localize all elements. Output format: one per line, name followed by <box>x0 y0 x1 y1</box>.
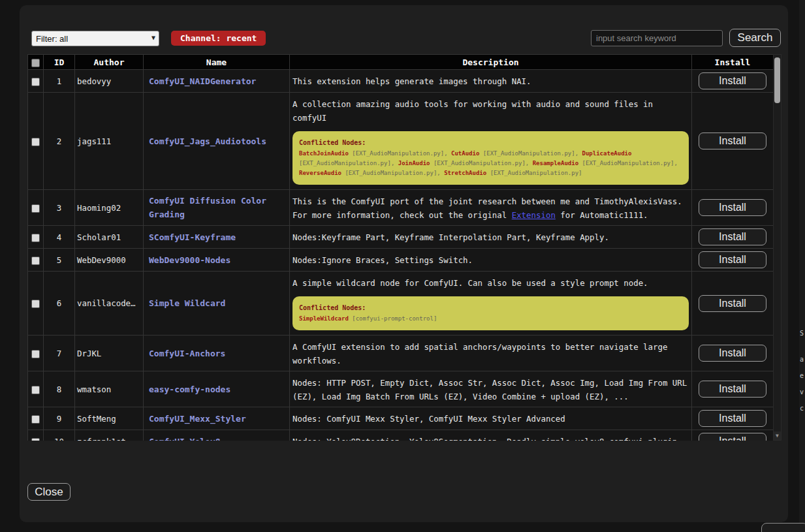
node-name-link[interactable]: ComfyUI_Mexx_Styler <box>149 414 246 424</box>
conflicted-nodes-list: BatchJoinAudio [EXT_AudioManipulation.py… <box>299 149 682 178</box>
row-install-cell: Install <box>692 70 774 93</box>
row-name-cell: easy-comfy-nodes <box>144 371 290 407</box>
table-row: 5 WebDev9000 WebDev9000-Nodes Nodes:Igno… <box>28 249 774 272</box>
conflict-node-source: [EXT_AudioManipulation.py] <box>430 160 526 166</box>
row-id: 4 <box>44 226 75 249</box>
node-name-link[interactable]: ComfyUI_Jags_Audiotools <box>149 136 266 146</box>
row-author: Scholar01 <box>75 226 144 249</box>
description-fragment: Nodes:Ignore Braces, Settings Switch. <box>292 255 473 265</box>
row-name-cell: ComfyUI-Anchors <box>144 336 290 371</box>
node-name-link[interactable]: ComfyUI Diffusion Color Grading <box>149 196 266 219</box>
description-link[interactable]: Extension <box>512 210 556 220</box>
node-name-link[interactable]: Simple Wildcard <box>149 298 225 308</box>
row-author: DrJKL <box>75 336 144 371</box>
conflicted-nodes-box: Conflicted Nodes:SimpleWildcard [comfyui… <box>292 296 689 330</box>
row-checkbox-cell <box>28 93 44 190</box>
scrollbar-thumb[interactable] <box>774 57 780 103</box>
row-author: WebDev9000 <box>75 249 144 272</box>
row-author: wmatson <box>75 371 144 407</box>
page-scrollbar[interactable]: Saevc <box>799 0 805 532</box>
row-checkbox-cell <box>28 226 44 249</box>
install-button[interactable]: Install <box>699 251 766 268</box>
row-checkbox[interactable] <box>31 78 40 86</box>
select-all-checkbox[interactable] <box>31 59 40 67</box>
row-checkbox[interactable] <box>31 257 40 265</box>
description-text: Nodes:Ignore Braces, Settings Switch. <box>292 255 473 265</box>
table-row: 7 DrJKL ComfyUI-Anchors A ComfyUI extens… <box>28 336 774 371</box>
row-name-cell: WebDev9000-Nodes <box>144 249 290 272</box>
conflict-node-source: [comfyui-prompt-control] <box>349 315 437 322</box>
install-button[interactable]: Install <box>699 381 766 398</box>
row-description: A ComfyUI extension to add spatial ancho… <box>290 336 692 371</box>
row-checkbox-cell <box>28 407 44 430</box>
row-checkbox[interactable] <box>31 300 40 308</box>
row-checkbox[interactable] <box>31 415 40 424</box>
description-text: This extension helps generate images thr… <box>292 76 531 86</box>
row-description: Nodes: Yolov8Detection, Yolov8Segmentati… <box>290 430 692 441</box>
row-checkbox[interactable] <box>31 204 40 213</box>
clipped-edge-glyph: a <box>800 356 804 363</box>
filter-select-wrap: Filter: all ▼ <box>31 31 159 46</box>
conflict-node-name: ResampleAudio <box>533 160 578 166</box>
row-author: vanillacode… <box>75 272 144 336</box>
install-button[interactable]: Install <box>699 133 766 149</box>
row-checkbox-cell <box>28 272 44 336</box>
row-id: 9 <box>44 407 75 430</box>
description-text: Nodes: ComfyUI Mexx Styler, ComfyUI Mexx… <box>292 414 565 424</box>
row-checkbox[interactable] <box>31 350 40 358</box>
row-id: 3 <box>44 190 75 226</box>
clipped-edge-glyph: S <box>800 330 804 337</box>
row-author: zcfrank1st <box>75 430 144 441</box>
install-button[interactable]: Install <box>699 433 766 441</box>
install-button[interactable]: Install <box>699 199 766 216</box>
row-name-cell: ComfyUI_NAIDGenerator <box>144 70 290 93</box>
install-button[interactable]: Install <box>699 345 766 362</box>
node-name-link[interactable]: ComfyUI Yolov8 <box>149 437 221 441</box>
filter-select[interactable]: Filter: all <box>31 31 159 46</box>
node-name-link[interactable]: ComfyUI_NAIDGenerator <box>149 76 256 86</box>
row-checkbox[interactable] <box>31 234 40 242</box>
scroll-down-arrow-icon[interactable]: ▼ <box>774 431 781 440</box>
row-install-cell: Install <box>692 272 774 336</box>
search-input[interactable] <box>591 30 723 46</box>
table-row: 6 vanillacode… Simple Wildcard A simple … <box>28 272 774 336</box>
node-name-link[interactable]: SComfyUI-Keyframe <box>149 232 236 242</box>
row-id: 1 <box>44 70 75 93</box>
node-name-link[interactable]: WebDev9000-Nodes <box>149 255 230 265</box>
row-checkbox-cell <box>28 70 44 93</box>
conflict-node-source: [EXT_AudioManipulation.py] <box>479 150 575 157</box>
conflict-node-source: [EXT_AudioManipulation.py] <box>349 150 444 157</box>
row-install-cell: Install <box>692 407 774 430</box>
search-button[interactable]: Search <box>729 29 781 47</box>
column-header-name: Name <box>144 55 290 70</box>
row-checkbox[interactable] <box>31 138 40 146</box>
table-row: 3 Haoming02 ComfyUI Diffusion Color Grad… <box>28 190 774 226</box>
node-name-link[interactable]: ComfyUI-Anchors <box>149 349 225 358</box>
row-checkbox[interactable] <box>31 386 40 394</box>
partial-corner-button[interactable] <box>761 523 805 532</box>
description-text: Nodes:Keyframe Part, Keyframe Interpolat… <box>292 232 609 242</box>
install-button[interactable]: Install <box>699 72 766 89</box>
conflict-node-name: StretchAudio <box>444 170 486 176</box>
close-button[interactable]: Close <box>27 483 71 501</box>
install-button[interactable]: Install <box>699 410 766 427</box>
table-scrollbar[interactable]: ▼ <box>773 54 781 441</box>
custom-nodes-table-area: ID Author Name Description Install 1 bed… <box>27 54 781 441</box>
install-button[interactable]: Install <box>699 228 766 245</box>
install-button[interactable]: Install <box>699 295 766 312</box>
description-fragment: Nodes: ComfyUI Mexx Styler, ComfyUI Mexx… <box>292 414 565 424</box>
description-fragment: Nodes: Yolov8Detection, Yolov8Segmentati… <box>292 437 677 441</box>
row-install-cell: Install <box>692 430 774 441</box>
row-id: 10 <box>44 430 75 441</box>
description-text: This is the ComfyUI port of the joint re… <box>292 196 682 220</box>
row-checkbox[interactable] <box>31 438 40 441</box>
conflict-node-name: ReverseAudio <box>299 170 341 176</box>
custom-nodes-table: ID Author Name Description Install 1 bed… <box>27 54 773 441</box>
row-description: This extension helps generate images thr… <box>290 70 692 93</box>
row-description: Nodes:Keyframe Part, Keyframe Interpolat… <box>290 226 692 249</box>
row-id: 8 <box>44 371 75 407</box>
node-name-link[interactable]: easy-comfy-nodes <box>149 384 230 394</box>
column-header-author: Author <box>75 55 144 70</box>
column-header-description: Description <box>290 55 692 70</box>
conflicted-nodes-list: SimpleWildcard [comfyui-prompt-control] <box>299 314 682 324</box>
